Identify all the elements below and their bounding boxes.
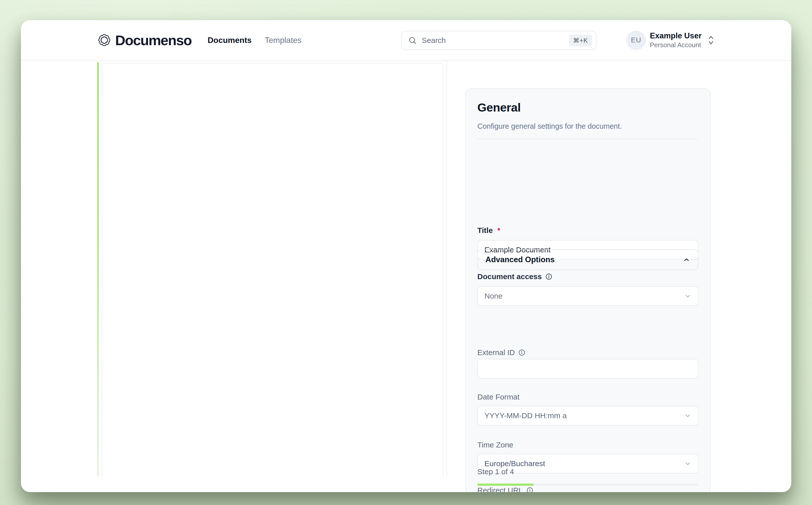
date-format-label: Date Format: [478, 393, 520, 401]
document-accent-bar: [97, 62, 99, 477]
chevron-up-down-icon: [707, 35, 715, 46]
app-window: Documenso Documents Templates Search ⌘+K…: [21, 20, 791, 492]
search-placeholder: Search: [422, 36, 569, 45]
search-icon: [408, 36, 417, 45]
top-navbar: Documenso Documents Templates Search ⌘+K…: [21, 20, 791, 60]
info-icon[interactable]: [518, 349, 525, 356]
search-shortcut-badge: ⌘+K: [569, 35, 592, 46]
document-access-select[interactable]: None: [478, 286, 698, 306]
divider: [478, 139, 698, 139]
search-input[interactable]: Search ⌘+K: [401, 31, 596, 50]
required-asterisk: *: [497, 226, 500, 235]
external-id-label: External ID: [478, 348, 525, 357]
wizard-progress-track: [478, 484, 698, 486]
document-page: [102, 63, 443, 477]
nav-item-templates[interactable]: Templates: [265, 20, 301, 60]
time-zone-label: Time Zone: [478, 441, 513, 449]
brand-wordmark: Documenso: [115, 32, 192, 48]
documenso-seal-icon: [98, 34, 111, 46]
redirect-url-label: Redirect URL: [478, 486, 533, 492]
external-id-input[interactable]: [478, 359, 698, 378]
info-icon[interactable]: [545, 273, 552, 280]
date-format-select[interactable]: YYYY-MM-DD HH:mm a: [478, 406, 698, 426]
user-name: Example User: [650, 31, 702, 40]
settings-pane: General Configure general settings for t…: [447, 60, 791, 477]
nav-item-documents[interactable]: Documents: [208, 20, 252, 60]
advanced-options-toggle[interactable]: Advanced Options: [478, 249, 698, 270]
chevron-down-icon: [684, 412, 691, 419]
progress-fill: [478, 484, 534, 486]
panel-subtitle: Configure general settings for the docum…: [478, 122, 622, 131]
user-account-type: Personal Account: [650, 41, 702, 49]
chevron-down-icon: [684, 293, 691, 300]
document-viewer-pane: [21, 60, 447, 477]
chevron-down-icon: [684, 460, 691, 467]
brand-logo[interactable]: Documenso: [98, 20, 192, 60]
general-settings-panel: General Configure general settings for t…: [465, 88, 710, 492]
document-access-label: Document access: [478, 272, 552, 281]
user-menu[interactable]: EU Example User Personal Account: [626, 20, 715, 60]
title-label: Title*: [478, 226, 500, 235]
chevron-up-icon: [683, 256, 690, 264]
info-icon[interactable]: [526, 487, 533, 492]
avatar: EU: [626, 30, 646, 50]
panel-title: General: [478, 101, 521, 114]
wizard-step-label: Step 1 of 4: [478, 467, 514, 476]
